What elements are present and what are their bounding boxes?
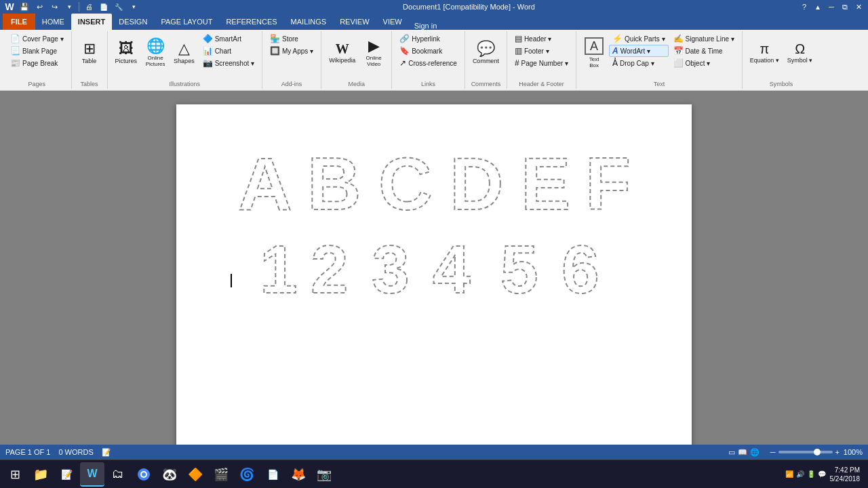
svg-text:6: 6 bbox=[561, 231, 599, 301]
wordart-button[interactable]: A WordArt ▾ bbox=[609, 45, 668, 57]
tab-home[interactable]: HOME bbox=[35, 14, 71, 30]
symbol-icon: Ω bbox=[795, 42, 805, 56]
letters-row-2: 1 2 3 4 5 bbox=[256, 226, 612, 301]
my-apps-button[interactable]: 🔲 My Apps ▾ bbox=[267, 45, 317, 57]
date-time-button[interactable]: 📅 Date & Time bbox=[670, 45, 738, 57]
view-normal-icon[interactable]: ▭ bbox=[728, 448, 735, 457]
zoom-out-button[interactable]: ─ bbox=[770, 448, 776, 456]
svg-text:E: E bbox=[521, 142, 570, 220]
zoom-slider[interactable] bbox=[778, 451, 833, 453]
blank-page-icon: 📃 bbox=[10, 46, 20, 56]
video-button[interactable]: 🎬 bbox=[209, 462, 233, 487]
bookmark-button[interactable]: 🔖 Bookmark bbox=[396, 45, 460, 57]
symbol-button[interactable]: Ω Symbol ▾ bbox=[784, 33, 816, 73]
view-web-icon[interactable]: 🌐 bbox=[750, 448, 760, 457]
zoom-in-button[interactable]: + bbox=[835, 448, 840, 456]
customize-qa-button[interactable]: ▾ bbox=[62, 0, 76, 14]
table-button[interactable]: ⊞ Table bbox=[76, 33, 103, 73]
save-button[interactable]: 💾 bbox=[18, 0, 31, 14]
tab-mailings[interactable]: MAILINGS bbox=[284, 14, 334, 30]
svg-text:2: 2 bbox=[311, 231, 349, 301]
cross-reference-button[interactable]: ↗ Cross-reference bbox=[396, 57, 460, 69]
tab-design[interactable]: DESIGN bbox=[112, 14, 154, 30]
comment-button[interactable]: 💬 Comment bbox=[469, 33, 502, 73]
date-time-icon: 📅 bbox=[673, 46, 684, 56]
chrome-icon bbox=[137, 468, 151, 481]
firefox-button[interactable]: 🦊 bbox=[286, 462, 311, 487]
tab-file[interactable]: FILE bbox=[3, 14, 35, 30]
camera-button[interactable]: 📷 bbox=[312, 462, 336, 487]
pdf-button[interactable]: 📄 bbox=[260, 462, 285, 487]
links-buttons: 🔗 Hyperlink 🔖 Bookmark ↗ Cross-reference bbox=[396, 33, 460, 79]
tab-view[interactable]: VIEW bbox=[376, 14, 409, 30]
tray-action-center-icon[interactable]: 💬 bbox=[818, 470, 826, 478]
chrome-button[interactable] bbox=[132, 462, 156, 487]
word-taskbar-button[interactable]: W bbox=[80, 462, 104, 487]
online-video-button[interactable]: ▶ OnlineVideo bbox=[360, 33, 387, 73]
object-button[interactable]: ⬜ Object ▾ bbox=[670, 57, 738, 69]
help-button[interactable]: ? bbox=[797, 0, 811, 14]
screenshot-button[interactable]: 📷 Screenshot ▾ bbox=[199, 57, 258, 69]
wikipedia-button[interactable]: W Wikipedia bbox=[326, 33, 359, 73]
print-button[interactable]: 📄 bbox=[97, 0, 111, 14]
chart-button[interactable]: 📊 Chart bbox=[199, 45, 258, 57]
wordpad-button[interactable]: 📝 bbox=[54, 462, 79, 487]
footer-button[interactable]: ▥ Footer ▾ bbox=[511, 45, 572, 57]
tab-review[interactable]: REVIEW bbox=[333, 14, 376, 30]
shapes-button[interactable]: △ Shapes bbox=[170, 33, 198, 73]
comment-icon: 💬 bbox=[477, 41, 495, 56]
smartart-button[interactable]: 🔷 SmartArt bbox=[199, 33, 258, 45]
tray-volume-icon[interactable]: 🔊 bbox=[796, 470, 804, 478]
page-break-button[interactable]: 📰 Page Break bbox=[7, 57, 67, 69]
header-footer-label: Header & Footer bbox=[511, 81, 572, 87]
online-pictures-button[interactable]: 🌐 OnlinePictures bbox=[142, 33, 169, 73]
vlc-button[interactable]: 🔶 bbox=[183, 462, 208, 487]
view-reading-icon[interactable]: 📖 bbox=[738, 448, 747, 457]
tray-battery-icon[interactable]: 🔋 bbox=[807, 470, 815, 478]
browser2-button[interactable]: 🌀 bbox=[235, 462, 259, 487]
tab-references[interactable]: REFERENCES bbox=[219, 14, 283, 30]
tray-network-icon[interactable]: 📶 bbox=[785, 470, 793, 478]
header-button[interactable]: ▤ Header ▾ bbox=[511, 33, 572, 45]
ribbon-group-media: W Wikipedia ▶ OnlineVideo Media bbox=[321, 31, 392, 89]
undo-button[interactable]: ↩ bbox=[33, 0, 46, 14]
zoom-level[interactable]: 100% bbox=[842, 448, 863, 456]
file-explorer-button[interactable]: 📁 bbox=[28, 462, 53, 487]
chart-icon: 📊 bbox=[203, 46, 213, 56]
sign-in-link[interactable]: Sign in bbox=[409, 22, 443, 30]
store-button[interactable]: 🏪 Store bbox=[267, 33, 317, 45]
quick-parts-button[interactable]: ⚡ Quick Parts ▾ bbox=[609, 33, 668, 45]
clock[interactable]: 7:42 PM 5/24/2018 bbox=[830, 466, 861, 483]
close-button[interactable]: ✕ bbox=[852, 0, 865, 14]
pictures-button[interactable]: 🖼 Pictures bbox=[112, 33, 141, 73]
hyperlink-button[interactable]: 🔗 Hyperlink bbox=[396, 33, 460, 45]
number-3: 3 bbox=[368, 226, 422, 301]
letter-E: E bbox=[517, 138, 575, 220]
tab-page-layout[interactable]: PAGE LAYOUT bbox=[154, 14, 219, 30]
page-number-button[interactable]: # Page Number ▾ bbox=[511, 57, 572, 69]
start-button[interactable]: ⊞ bbox=[3, 462, 27, 487]
tab-insert[interactable]: INSERT bbox=[71, 14, 112, 30]
panda-button[interactable]: 🐼 bbox=[157, 462, 182, 487]
text-box-button[interactable]: A TextBox bbox=[580, 33, 608, 73]
blank-page-button[interactable]: 📃 Blank Page bbox=[7, 45, 67, 57]
restore-button[interactable]: ⧉ bbox=[838, 0, 852, 14]
redo-button[interactable]: ↪ bbox=[47, 0, 61, 14]
windows-explorer-button[interactable]: 🗂 bbox=[106, 462, 130, 487]
svg-text:F: F bbox=[585, 142, 631, 220]
minimize-button[interactable]: ─ bbox=[825, 0, 838, 14]
cover-page-button[interactable]: 📄 Cover Page ▾ bbox=[7, 33, 67, 45]
print-preview-button[interactable]: 🖨 bbox=[82, 0, 96, 14]
ribbon-toggle-button[interactable]: ▲ bbox=[811, 0, 825, 14]
customize2-button[interactable]: ▾ bbox=[127, 0, 140, 14]
illustrations-label: Illustrations bbox=[112, 81, 258, 87]
page-break-icon: 📰 bbox=[10, 58, 20, 68]
more-button[interactable]: 🔧 bbox=[112, 0, 125, 14]
page[interactable]: A B C D E bbox=[176, 104, 692, 445]
system-tray: 📶 🔊 🔋 💬 7:42 PM 5/24/2018 bbox=[785, 466, 866, 483]
drop-cap-button[interactable]: A̓ Drop Cap ▾ bbox=[609, 57, 668, 69]
svg-text:C: C bbox=[378, 142, 432, 220]
cursor-area[interactable] bbox=[203, 308, 665, 328]
signature-line-button[interactable]: ✍ Signature Line ▾ bbox=[670, 33, 738, 45]
equation-button[interactable]: π Equation ▾ bbox=[747, 33, 783, 73]
